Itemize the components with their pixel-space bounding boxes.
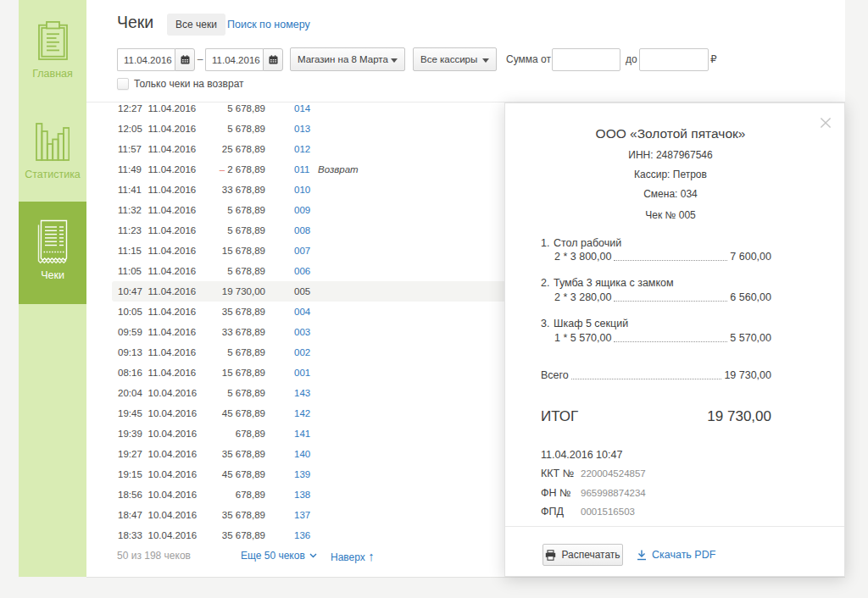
- receipt-number-link[interactable]: 137: [294, 505, 310, 525]
- download-pdf-link[interactable]: Скачать PDF: [637, 544, 715, 566]
- load-more-link[interactable]: Еще 50 чеков: [241, 545, 317, 567]
- receipt-number-link[interactable]: 012: [294, 139, 310, 159]
- receipt-number-link[interactable]: 003: [294, 322, 310, 342]
- receipt-detail-panel: ООО «Золотой пятачок» ИНН: 2487967546 Ка…: [504, 102, 845, 577]
- cell-amount: 678,89: [163, 424, 265, 444]
- date-from-calendar-button[interactable]: [175, 48, 195, 71]
- receipt-number-link[interactable]: 143: [294, 383, 310, 403]
- receipt-subtotal: Всего19 730,00: [541, 368, 771, 382]
- sum-from-input[interactable]: [552, 48, 620, 71]
- cell-time: 19:27: [118, 444, 142, 464]
- amount-value: 35 678,89: [222, 530, 265, 540]
- receipt-number-link[interactable]: 005: [294, 281, 310, 302]
- meta-label: ФПД: [541, 505, 581, 519]
- cell-time: 19:39: [118, 424, 142, 444]
- item-index: 3.: [541, 317, 554, 330]
- chevron-down-icon: [482, 58, 489, 63]
- receipt-shift: Смена: 034: [505, 188, 836, 200]
- cell-amount: 5 678,89: [163, 261, 265, 281]
- item-title: Шкаф 5 секций: [554, 317, 628, 330]
- amount-value: 5 678,89: [227, 388, 265, 398]
- receipt-icon: [34, 221, 71, 263]
- back-to-top-link[interactable]: Наверх ↑: [331, 545, 375, 568]
- store-dropdown[interactable]: Магазин на 8 Марта: [290, 47, 405, 71]
- receipt-number-link[interactable]: 142: [294, 403, 310, 424]
- sidebar-item-label: Статистика: [25, 169, 81, 180]
- cell-amount: 5 678,89: [163, 98, 265, 119]
- dotted-leader: [614, 331, 727, 342]
- dotted-leader: [571, 368, 722, 379]
- return-tag: Возврат: [318, 159, 359, 180]
- cell-time: 12:27: [118, 98, 142, 119]
- panel-footer: Распечатать Скачать PDF: [505, 526, 844, 576]
- receipt-number-link[interactable]: 138: [294, 484, 310, 505]
- cashiers-dropdown[interactable]: Все кассиры: [413, 47, 497, 71]
- cell-time: 20:04: [118, 383, 142, 403]
- cell-time: 11:05: [118, 261, 142, 281]
- amount-value: 35 678,89: [222, 449, 265, 459]
- receipt-number-link[interactable]: 014: [294, 98, 310, 119]
- receipt-number-link[interactable]: 013: [294, 119, 310, 139]
- calendar-icon: [269, 55, 278, 64]
- print-button[interactable]: Распечатать: [542, 544, 623, 566]
- receipt-number-link[interactable]: 004: [294, 302, 310, 322]
- negative-sign: –: [220, 164, 228, 174]
- receipt-meta-row: ФПД0001516503: [541, 505, 635, 519]
- receipt-number-link[interactable]: 011: [294, 159, 309, 180]
- load-more-label: Еще 50 чеков: [241, 550, 305, 562]
- receipt-grand-total: ИТОГ19 730,00: [541, 407, 771, 427]
- page-title: Чеки: [117, 10, 153, 34]
- receipt-number-link[interactable]: 141: [294, 424, 310, 444]
- receipt-number-link[interactable]: 139: [294, 464, 310, 484]
- meta-value: 0001516503: [581, 505, 635, 519]
- sum-to-input[interactable]: [639, 48, 709, 71]
- pdf-link-label: Скачать PDF: [652, 549, 715, 561]
- cell-amount: 33 678,89: [163, 180, 265, 200]
- sidebar-item-statistics[interactable]: Статистика: [19, 101, 86, 202]
- cell-amount: 35 678,89: [163, 505, 265, 525]
- receipt-number-link[interactable]: 010: [294, 180, 310, 200]
- bar-chart-icon: [34, 120, 71, 163]
- cell-amount: 5 678,89: [163, 200, 265, 220]
- tab-all-receipts[interactable]: Все чеки: [167, 14, 225, 36]
- amount-value: 45 678,89: [222, 408, 265, 418]
- sum-to-label: до: [626, 48, 637, 71]
- amount-value: 5 678,89: [227, 124, 265, 134]
- calendar-icon: [181, 55, 190, 64]
- date-to-calendar-button[interactable]: [263, 48, 283, 71]
- item-index: 2.: [541, 276, 554, 290]
- amount-value: 45 678,89: [222, 469, 265, 479]
- receipt-number-link[interactable]: 007: [294, 241, 310, 261]
- cell-time: 09:59: [118, 322, 142, 342]
- sidebar-item-home[interactable]: Главная: [19, 0, 86, 101]
- receipt-number-link[interactable]: 002: [294, 342, 310, 363]
- receipt-number-link[interactable]: 140: [294, 444, 310, 464]
- cell-time: 12:05: [118, 119, 142, 139]
- amount-value: 5 678,89: [227, 347, 265, 357]
- cell-amount: – 2 678,89: [163, 159, 265, 180]
- returns-only-checkbox[interactable]: [117, 78, 129, 90]
- date-from-input[interactable]: 11.04.2016: [117, 48, 175, 71]
- cell-amount: 35 678,89: [163, 525, 265, 545]
- cell-amount: 45 678,89: [163, 464, 265, 484]
- returns-only-checkbox-row[interactable]: Только чеки на возврат: [117, 78, 244, 90]
- cell-time: 11:23: [118, 220, 142, 241]
- cell-amount: 19 730,00: [163, 281, 265, 302]
- search-by-number-link[interactable]: Поиск по номеру: [227, 18, 310, 31]
- receipt-item-name: 1.Стол рабочий: [541, 236, 621, 250]
- print-button-label: Распечатать: [561, 549, 620, 561]
- receipt-number-link[interactable]: 006: [294, 261, 310, 281]
- date-to-input[interactable]: 11.04.2016: [205, 48, 263, 71]
- meta-label: ФН №: [541, 486, 581, 501]
- meta-value: 220004524857: [581, 467, 646, 481]
- receipt-number-link[interactable]: 009: [294, 200, 310, 220]
- receipt-number-link[interactable]: 001: [294, 363, 310, 383]
- cell-amount: 25 678,89: [163, 139, 265, 159]
- receipt-number-link[interactable]: 008: [294, 220, 310, 241]
- sidebar-item-receipts[interactable]: Чеки: [19, 202, 86, 304]
- receipt-datetime: 11.04.2016 10:47: [541, 448, 622, 462]
- amount-value: 5 678,89: [227, 225, 265, 235]
- cell-time: 18:56: [118, 484, 142, 505]
- receipt-cashier: Кассир: Петров: [505, 169, 836, 180]
- receipt-number-link[interactable]: 136: [294, 525, 310, 545]
